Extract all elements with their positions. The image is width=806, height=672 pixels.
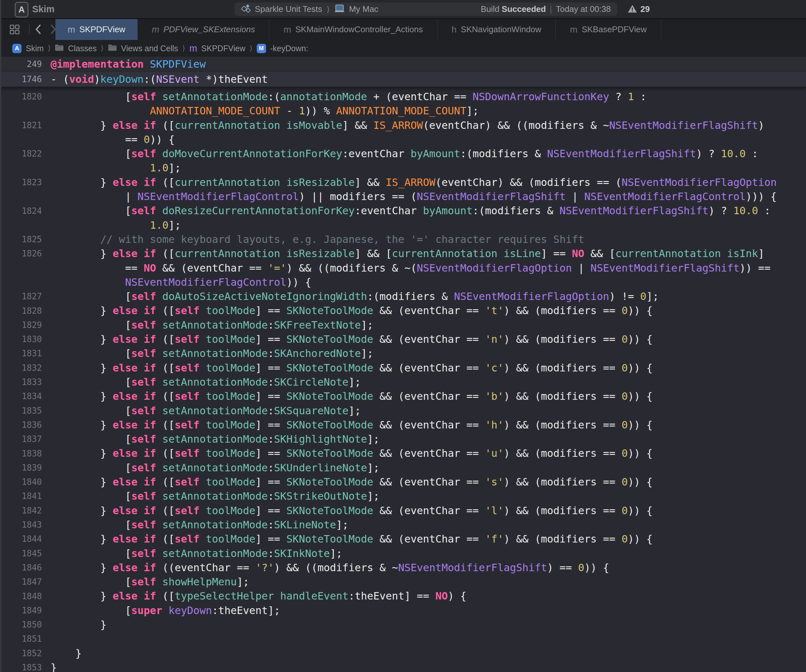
source-editor[interactable]: 1820 [self setAnnotationMode:(annotation… — [0, 57, 806, 672]
code-line[interactable]: 1834 } else if ([self toolMode] == SKNot… — [0, 389, 806, 403]
scheme-chevron: ⟩ — [327, 5, 330, 14]
code-line[interactable]: 1846 } else if ((eventChar == '?') && ((… — [0, 561, 806, 575]
code-line[interactable]: 1839 [self setAnnotationMode:SKUnderline… — [0, 461, 806, 475]
tab-SKMainWindowController_Actions[interactable]: mSKMainWindowController_Actions — [269, 19, 437, 40]
code-line[interactable]: 1824 [self doResizeCurrentAnnotationForK… — [0, 204, 806, 218]
code-line[interactable]: 1820 [self setAnnotationMode:(annotation… — [0, 89, 806, 104]
code-line[interactable]: == 0)) { — [0, 132, 806, 147]
tab-PDFView_SKExtensions[interactable]: mPDFView_SKExtensions — [137, 19, 270, 40]
code-line[interactable]: 1825 // with some keyboard layouts, e.g.… — [0, 232, 806, 246]
code-line[interactable]: NSEventModifierFlagControl)) { — [0, 275, 806, 289]
code-line[interactable]: 1746- (void)keyDown:(NSEvent *)theEvent — [0, 71, 806, 87]
code-line[interactable]: 1852 } — [0, 646, 806, 660]
line-number[interactable]: 1848 — [0, 591, 42, 601]
line-number[interactable]: 1844 — [0, 534, 42, 544]
line-number[interactable]: 1839 — [0, 463, 42, 472]
code-line[interactable]: 1828 } else if ([self toolMode] == SKNot… — [0, 304, 806, 318]
line-number[interactable]: 1821 — [0, 121, 42, 130]
code-line[interactable]: 1844 } else if ([self toolMode] == SKNot… — [0, 532, 806, 546]
line-number[interactable]: 1841 — [0, 491, 42, 501]
line-number[interactable]: 1831 — [0, 348, 42, 358]
code-line[interactable]: 1838 } else if ([self toolMode] == SKNot… — [0, 446, 806, 461]
line-number[interactable]: 1829 — [0, 320, 42, 330]
line-number[interactable]: 1830 — [0, 334, 42, 344]
line-number[interactable]: 1842 — [0, 506, 42, 515]
line-number[interactable]: 1822 — [0, 149, 42, 159]
line-number[interactable]: 1825 — [0, 234, 42, 244]
line-number[interactable]: 1850 — [0, 620, 42, 629]
line-number[interactable]: 1826 — [0, 249, 42, 258]
line-number[interactable]: 1828 — [0, 306, 42, 316]
line-number[interactable]: 249 — [0, 59, 42, 69]
code-line[interactable]: 1836 } else if ([self toolMode] == SKNot… — [0, 418, 806, 432]
code-line[interactable]: | NSEventModifierFlagControl) || modifie… — [0, 190, 806, 204]
back-chevron-icon[interactable] — [33, 24, 44, 36]
code-line[interactable]: 1822 [self doMoveCurrentAnnotationForKey… — [0, 147, 806, 161]
line-number[interactable]: 1820 — [0, 92, 42, 101]
breadcrumb-item--keyDown-[interactable]: M-keyDown: — [257, 44, 308, 53]
line-number[interactable]: 1846 — [0, 563, 42, 573]
code-line[interactable]: 1835 [self setAnnotationMode:SKSquareNot… — [0, 404, 806, 418]
code-line[interactable]: 1842 } else if ([self toolMode] == SKNot… — [0, 504, 806, 518]
code-line[interactable]: == NO && (eventChar == '=') && ((modifie… — [0, 261, 806, 275]
line-number[interactable]: 1837 — [0, 434, 42, 444]
line-number[interactable]: 1835 — [0, 406, 42, 416]
code-line[interactable]: 1831 [self setAnnotationMode:SKAnchoredN… — [0, 346, 806, 360]
code-line[interactable]: 1849 [super keyDown:theEvent]; — [0, 603, 806, 618]
line-number[interactable]: 1834 — [0, 391, 42, 401]
code-line[interactable]: 249@implementation SKPDFView — [0, 57, 806, 71]
breadcrumb-item-Classes[interactable]: Classes — [55, 44, 97, 53]
line-number[interactable]: 1853 — [0, 663, 42, 672]
tab-SKBasePDFView[interactable]: mSKBasePDFView — [556, 19, 661, 40]
line-number[interactable]: 1847 — [0, 577, 42, 587]
tab-SKPDFView[interactable]: mSKPDFView — [55, 19, 137, 40]
app-proxy-icon[interactable]: A — [15, 2, 28, 17]
line-number[interactable]: 1836 — [0, 420, 42, 430]
code-line[interactable]: 1821 } else if ([currentAnnotation isMov… — [0, 118, 806, 132]
line-number[interactable]: 1832 — [0, 363, 42, 373]
code-line[interactable]: 1851 — [0, 632, 806, 646]
code-line[interactable]: 1837 [self setAnnotationMode:SKHighlight… — [0, 432, 806, 446]
code-line[interactable]: 1847 [self showHelpMenu]; — [0, 575, 806, 589]
code-line[interactable]: 1850 } — [0, 618, 806, 632]
line-number[interactable]: 1845 — [0, 549, 42, 558]
related-items-grid-icon[interactable] — [10, 25, 20, 36]
method-icon: M — [257, 44, 266, 53]
code-line[interactable]: 1841 [self setAnnotationMode:SKStrikeOut… — [0, 489, 806, 503]
code-line[interactable]: 1826 } else if ([currentAnnotation isRes… — [0, 246, 806, 261]
code-line[interactable]: 1823 } else if ([currentAnnotation isRes… — [0, 175, 806, 190]
code-line[interactable]: 1832 } else if ([self toolMode] == SKNot… — [0, 361, 806, 375]
tab-SKNavigationWindow[interactable]: hSKNavigationWindow — [438, 19, 556, 40]
code-line[interactable]: 1833 [self setAnnotationMode:SKCircleNot… — [0, 375, 806, 389]
line-number[interactable]: 1852 — [0, 649, 42, 658]
run-destination[interactable]: My Mac — [349, 4, 378, 14]
breadcrumb-item-Skim[interactable]: ASkim — [12, 44, 44, 53]
breadcrumb-item-Views-and-Cells[interactable]: Views and Cells — [108, 44, 178, 53]
issues-indicator[interactable]: 29 — [628, 0, 650, 18]
code-line[interactable]: 1.0]; — [0, 161, 806, 175]
line-number[interactable]: 1843 — [0, 520, 42, 530]
line-number[interactable]: 1851 — [0, 634, 42, 644]
line-number[interactable]: 1840 — [0, 477, 42, 487]
code-line[interactable]: 1845 [self setAnnotationMode:SKInkNote]; — [0, 547, 806, 561]
code-line[interactable]: 1848 } else if ([typeSelectHelper handle… — [0, 589, 806, 603]
scheme-and-activity-pill[interactable]: Sparkle Unit Tests ⟩ My Mac Build Succee… — [235, 3, 617, 16]
code-line[interactable]: 1853} — [0, 660, 806, 672]
scheme-name[interactable]: Sparkle Unit Tests — [255, 4, 322, 14]
line-number[interactable]: 1849 — [0, 606, 42, 615]
code-line[interactable]: 1830 } else if ([self toolMode] == SKNot… — [0, 332, 806, 346]
line-number[interactable]: 1746 — [0, 74, 42, 84]
code-line[interactable]: 1829 [self setAnnotationMode:SKFreeTextN… — [0, 318, 806, 332]
code-line[interactable]: 1840 } else if ([self toolMode] == SKNot… — [0, 475, 806, 489]
line-number[interactable]: 1823 — [0, 178, 42, 187]
breadcrumb-item-SKPDFView[interactable]: mSKPDFView — [190, 44, 246, 53]
line-number[interactable]: 1833 — [0, 377, 42, 387]
code-line[interactable]: 1827 [self doAutoSizeActiveNoteIgnoringW… — [0, 289, 806, 304]
code-line[interactable]: 1843 [self setAnnotationMode:SKLineNote]… — [0, 518, 806, 532]
line-number[interactable]: 1827 — [0, 292, 42, 301]
code-line[interactable]: 1.0]; — [0, 218, 806, 232]
line-number[interactable]: 1838 — [0, 449, 42, 458]
build-status[interactable]: Build Succeeded — [481, 4, 546, 14]
line-number[interactable]: 1824 — [0, 206, 42, 216]
code-line[interactable]: ANNOTATION_MODE_COUNT - 1)) % ANNOTATION… — [0, 104, 806, 118]
